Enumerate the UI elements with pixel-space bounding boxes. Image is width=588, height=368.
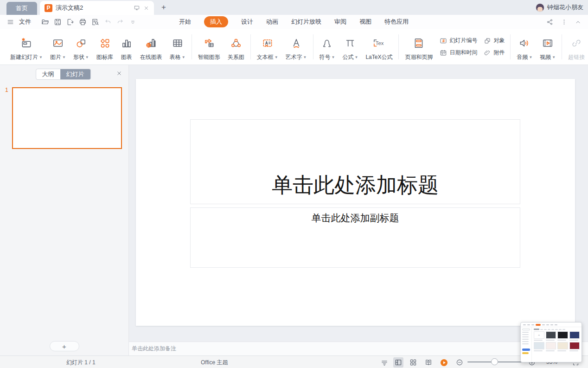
global-menu-icon[interactable] — [6, 18, 14, 26]
relation-diagram-icon — [230, 36, 242, 50]
text-box-button[interactable]: 文本框▼ — [253, 32, 282, 61]
notes-toggle-icon[interactable] — [379, 357, 390, 368]
enter-workspace-icon[interactable] — [134, 5, 140, 11]
document-title: 演示文稿2 — [56, 4, 130, 12]
title-placeholder[interactable]: 单击此处添加标题 — [190, 119, 520, 204]
smart-graphics-button[interactable]: 智能图形 — [194, 32, 224, 61]
zoom-out-icon[interactable] — [454, 357, 465, 368]
picture-button[interactable]: 图片▼ — [46, 32, 70, 61]
slides-tab[interactable]: 幻灯片 — [60, 69, 90, 79]
latex-formula-button[interactable]: Tex LaTeX公式 — [362, 32, 396, 61]
play-slideshow-icon[interactable] — [439, 357, 449, 368]
table-label: 表格 — [170, 53, 181, 61]
close-panel-icon[interactable] — [115, 70, 123, 77]
tab-start[interactable]: 开始 — [179, 18, 191, 26]
outline-tab[interactable]: 大纲 — [36, 69, 60, 79]
slide-thumbnail-number: 1 — [5, 87, 8, 93]
slide-thumbnail[interactable] — [12, 87, 122, 149]
notes-input[interactable]: 单击此处添加备注 — [129, 342, 588, 355]
formula-label: 公式 — [342, 53, 353, 61]
date-time-button[interactable]: 日期和时间 — [440, 49, 477, 57]
word-art-button[interactable]: 艺术字▼ — [282, 32, 311, 61]
floating-preview-window[interactable]: + — [520, 322, 582, 362]
print-preview-icon[interactable] — [90, 17, 100, 26]
shapes-label: 形状 — [73, 53, 84, 61]
preview-template-grid: + — [532, 327, 582, 362]
customize-quickbar-icon[interactable] — [128, 17, 137, 26]
user-avatar — [536, 3, 544, 12]
slide-canvas[interactable]: 单击此处添加标题 单击此处添加副标题 — [136, 79, 575, 326]
status-bar: 幻灯片 1 / 1 Office 主题 55% — [0, 355, 588, 368]
file-menu[interactable]: 文件 — [19, 18, 31, 26]
formula-pi-icon — [344, 36, 356, 50]
video-button[interactable]: 视频▼ — [536, 32, 559, 61]
tab-review[interactable]: 审阅 — [334, 18, 346, 26]
dropdown-caret: ▼ — [332, 55, 335, 59]
table-button[interactable]: 表格▼ — [166, 32, 189, 61]
tab-slideshow[interactable]: 幻灯片放映 — [291, 18, 321, 26]
symbol-button[interactable]: 符号▼ — [316, 32, 339, 61]
chart-button[interactable]: 图表 — [117, 32, 136, 61]
new-tab-button[interactable]: + — [159, 2, 169, 13]
panel-view-tabs: 大纲 幻灯片 — [36, 69, 91, 80]
template-card — [557, 331, 568, 341]
table-icon — [172, 36, 184, 50]
redo-icon[interactable] — [115, 17, 125, 26]
ribbon-divider — [398, 34, 399, 59]
share-icon[interactable] — [546, 18, 554, 26]
text-box-label: 文本框 — [257, 53, 274, 61]
template-card — [546, 331, 556, 341]
tab-animation[interactable]: 动画 — [266, 18, 278, 26]
reading-view-icon[interactable] — [423, 357, 434, 368]
document-tab[interactable]: P 演示文稿2 — [40, 1, 154, 15]
dropdown-caret: ▼ — [529, 55, 532, 59]
preview-tab-bar — [521, 323, 582, 327]
ribbon-divider — [313, 34, 313, 59]
new-slide-button[interactable]: 新建幻灯片▼ — [6, 32, 46, 61]
audio-button[interactable]: 音频▼ — [513, 32, 536, 61]
tab-design[interactable]: 设计 — [241, 18, 253, 26]
home-tab[interactable]: 首页 — [6, 2, 37, 15]
audio-icon — [518, 36, 530, 50]
attachment-button[interactable]: 附件 — [484, 49, 505, 57]
tab-view[interactable]: 视图 — [359, 18, 371, 26]
user-account[interactable]: 钟烟花小朋友 — [536, 0, 583, 15]
smart-graphics-label: 智能图形 — [198, 53, 220, 61]
date-time-label: 日期和时间 — [449, 49, 477, 57]
collapse-ribbon-icon[interactable] — [575, 19, 582, 26]
header-footer-button[interactable]: 页眉和页脚 — [401, 32, 436, 61]
symbol-omega-icon — [321, 36, 333, 50]
theme-name[interactable]: Office 主题 — [201, 359, 228, 367]
undo-icon[interactable] — [103, 17, 112, 26]
relation-diagram-button[interactable]: 关系图 — [224, 32, 248, 61]
object-button[interactable]: 对象 — [484, 37, 505, 45]
subtitle-placeholder[interactable]: 单击此处添加副标题 — [190, 207, 520, 268]
formula-button[interactable]: 公式▼ — [339, 32, 362, 61]
object-label: 对象 — [493, 37, 505, 45]
zoom-slider-handle[interactable] — [491, 358, 498, 365]
preview-body: + — [521, 327, 582, 362]
hyperlink-button: 超链接 — [564, 32, 588, 61]
slide-number-button[interactable]: 幻灯片编号 — [440, 37, 477, 45]
more-options-icon[interactable] — [561, 19, 568, 26]
editing-area: 单击此处添加标题 单击此处添加副标题 单击此处添加备注 — [129, 65, 588, 355]
close-tab-icon[interactable] — [143, 5, 149, 11]
output-icon[interactable] — [65, 17, 75, 26]
dropdown-caret: ▼ — [182, 55, 185, 59]
wps-presentation-window: 首页 P 演示文稿2 + 钟烟花小朋友 文件 — [0, 0, 588, 368]
ribbon-small-group: 幻灯片编号 日期和时间 — [436, 32, 480, 61]
open-icon[interactable] — [40, 17, 50, 26]
print-icon[interactable] — [78, 17, 87, 26]
add-slide-button[interactable]: + — [50, 341, 79, 351]
shapes-button[interactable]: 形状▼ — [70, 32, 93, 61]
tab-special-apps[interactable]: 特色应用 — [384, 18, 409, 26]
smart-graphics-icon — [203, 36, 215, 50]
template-card — [534, 342, 544, 351]
slide-sorter-view-icon[interactable] — [408, 357, 418, 368]
save-icon[interactable] — [53, 17, 62, 26]
normal-view-icon[interactable] — [393, 357, 403, 368]
online-chart-button[interactable]: 在线图表 — [136, 32, 166, 61]
tab-insert[interactable]: 插入 — [204, 16, 228, 27]
icon-library-button[interactable]: 图标库 — [93, 32, 117, 61]
ribbon-divider — [510, 34, 511, 59]
